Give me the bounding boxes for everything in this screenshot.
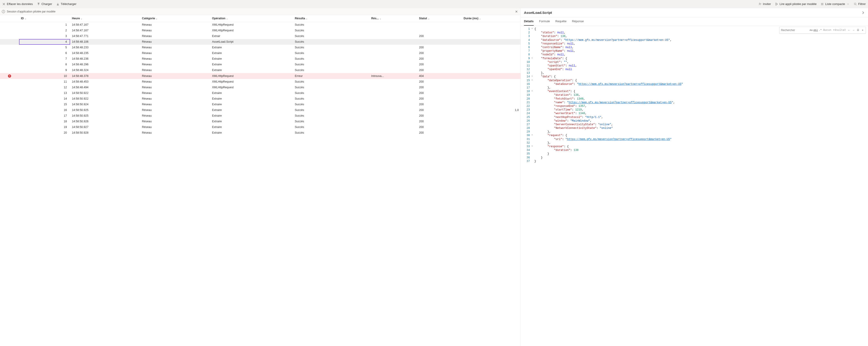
table-row[interactable]: 614:58:48.235RéseauExtraireSuccès200 — [0, 50, 521, 56]
table-row[interactable]: ✕1014:58:48.378RéseauXMLHttpRequestErreu… — [0, 73, 521, 79]
tab-reponse[interactable]: Réponse — [572, 17, 584, 26]
code-line: 19 "duration": 138, — [521, 93, 868, 97]
fold-icon — [531, 31, 533, 34]
code-link[interactable]: https://mem.gfx.ms/meversion?partner=off… — [567, 138, 670, 141]
fold-icon[interactable]: ⊟ — [531, 90, 533, 93]
list-compact-button[interactable]: Liste compacte — [820, 2, 849, 6]
code-line: 4 "dataSource": "https://mem.gfx.ms/meve… — [521, 38, 868, 42]
session-bar: i Session d'application pilotée par modè… — [0, 8, 521, 15]
code-link[interactable]: https://mem.gfx.ms/meversion?partner=off… — [568, 101, 672, 104]
fold-icon[interactable]: ⊟ — [531, 145, 533, 148]
table-row[interactable]: 414:58:48.106RéseauAssetLoad.ScriptSuccè… — [0, 39, 521, 45]
table-row[interactable]: 214:58:47.167RéseauXMLHttpRequestSuccès — [0, 28, 521, 33]
load-label: Charger — [41, 2, 52, 6]
table-row[interactable]: 1514:58:50.924RéseauExtraireSuccès200 — [0, 102, 521, 107]
play-app-button[interactable]: Lire appli pilotée par modèle — [775, 2, 816, 6]
tab-details[interactable]: Détails — [524, 17, 534, 26]
error-icon: ✕ — [8, 75, 11, 78]
fold-icon — [531, 130, 533, 134]
code-search-input[interactable] — [781, 29, 808, 32]
table-row[interactable]: 914:58:48.324RéseauExtraireSuccès200 — [0, 67, 521, 73]
th-duree[interactable]: Durée (ms)⌄ — [462, 15, 521, 22]
close-search-icon[interactable]: ✕ — [861, 29, 864, 32]
log-table: ID⌄ Heure⌄ Catégorie⌄ Opération⌄ Résulta… — [0, 15, 521, 136]
clear-data-button[interactable]: Effacer les données — [2, 2, 33, 6]
upload-icon — [37, 2, 40, 6]
th-operation[interactable]: Opération⌄ — [210, 15, 293, 22]
fold-icon — [531, 46, 533, 49]
table-row[interactable]: 2014:58:50.928RéseauExtraireSuccès200 — [0, 130, 521, 136]
table-row[interactable]: 1714:58:50.925RéseauExtraireSuccès200 — [0, 113, 521, 119]
th-heure[interactable]: Heure⌄ — [70, 15, 140, 22]
table-row[interactable]: 1414:58:50.922RéseauExtraireSuccès200 — [0, 96, 521, 102]
match-case-icon[interactable]: Aa — [809, 29, 813, 32]
next-match-icon[interactable]: → — [852, 29, 855, 32]
fold-icon — [531, 93, 533, 97]
th-statut[interactable]: Statut⌄ — [417, 15, 462, 22]
table-row[interactable]: 1314:58:50.922RéseauExtraireSuccès200 — [0, 90, 521, 96]
fold-icon — [531, 141, 533, 145]
code-line: 26 "window": "MainWindow", — [521, 119, 868, 123]
fold-icon — [531, 64, 533, 67]
fold-icon — [531, 101, 533, 104]
fold-icon — [531, 148, 533, 152]
fold-icon[interactable]: ⊟ — [531, 75, 533, 79]
code-line: 3 "duration": 138, — [521, 34, 868, 38]
find-in-selection-icon[interactable]: ☰ — [857, 29, 860, 32]
expand-icon[interactable] — [861, 11, 865, 15]
whole-word-icon[interactable]: Abl — [814, 29, 817, 32]
json-viewer[interactable]: Aa Abl .* Aucun résultat ← → ☰ ✕ 1⊟{2 "s… — [521, 26, 868, 346]
th-resulta[interactable]: Résulta⌄ — [293, 15, 369, 22]
table-row[interactable]: 314:58:47.771RéseauExtrairSuccès200 — [0, 33, 521, 39]
table-row[interactable]: 1914:58:50.927RéseauExtraireSuccès200 — [0, 124, 521, 130]
fold-icon[interactable]: ⊟ — [531, 79, 533, 82]
svg-point-0 — [759, 3, 760, 4]
fold-icon — [531, 60, 533, 64]
code-search-bar: Aa Abl .* Aucun résultat ← → ☰ ✕ — [779, 27, 866, 34]
invite-button[interactable]: Inviter — [758, 2, 771, 6]
table-row[interactable]: 1114:58:48.453RéseauXMLHttpRequestSuccès… — [0, 79, 521, 85]
fold-icon[interactable]: ⊟ — [531, 27, 533, 31]
th-categorie[interactable]: Catégorie⌄ — [140, 15, 210, 22]
fold-icon — [531, 156, 533, 160]
table-row[interactable]: 1214:58:48.494RéseauXMLHttpRequestSuccès… — [0, 85, 521, 90]
table-row[interactable]: 714:58:48.236RéseauExtraireSuccès200 — [0, 56, 521, 62]
list-compact-label: Liste compacte — [825, 2, 845, 6]
table-row[interactable]: 114:58:47.167RéseauXMLHttpRequestSuccès — [0, 22, 521, 28]
code-line: 34 "duration": 138 — [521, 148, 868, 152]
th-id[interactable]: ID⌄ — [19, 15, 70, 22]
code-line: 8 "nodeId": null, — [521, 53, 868, 57]
fold-icon[interactable]: ⊟ — [531, 57, 533, 60]
code-line: 14⊟ "data": { — [521, 75, 868, 79]
fold-icon — [531, 42, 533, 46]
no-result-label: Aucun résultat — [823, 28, 846, 32]
load-button[interactable]: Charger — [37, 2, 52, 6]
table-row[interactable]: 814:58:48.296RéseauExtraireSuccès200 — [0, 62, 521, 67]
fold-icon — [531, 38, 533, 42]
th-res2[interactable]: Rés...⌄ — [369, 15, 417, 22]
code-line: 35 } — [521, 152, 868, 156]
download-button[interactable]: Télécharger — [56, 2, 76, 6]
filter-label: Filtrer — [858, 2, 866, 6]
code-line: 30⊟ "request": { — [521, 134, 868, 137]
fold-icon[interactable]: ⊟ — [531, 134, 533, 137]
search-icon — [854, 2, 857, 6]
code-line: 10 "script": "", — [521, 60, 868, 64]
fold-icon — [531, 71, 533, 75]
fold-icon — [531, 49, 533, 53]
tab-formule[interactable]: Formule — [539, 17, 550, 26]
close-session-button[interactable] — [515, 10, 518, 13]
table-row[interactable]: 1814:58:50.926RéseauExtraireSuccès200 — [0, 119, 521, 124]
code-line: 36 } — [521, 156, 868, 160]
code-line: 21 "name": "https://mem.gfx.ms/meversion… — [521, 101, 868, 104]
tab-requete[interactable]: Requête — [555, 17, 566, 26]
regex-icon[interactable]: .* — [818, 29, 822, 32]
filter-button[interactable]: Filtrer — [854, 2, 866, 6]
table-row[interactable]: 514:58:48.233RéseauExtraireSuccès200 — [0, 45, 521, 50]
table-row[interactable]: 1614:58:50.925RéseauExtraireSuccès2001,0 — [0, 107, 521, 113]
fold-icon — [531, 126, 533, 130]
session-label: Session d'application pilotée par modèle — [7, 10, 55, 13]
prev-match-icon[interactable]: ← — [847, 29, 850, 32]
code-line: 6 "controlName": null, — [521, 46, 868, 49]
code-link[interactable]: https://mem.gfx.ms/meversion?partner=off… — [579, 83, 682, 86]
